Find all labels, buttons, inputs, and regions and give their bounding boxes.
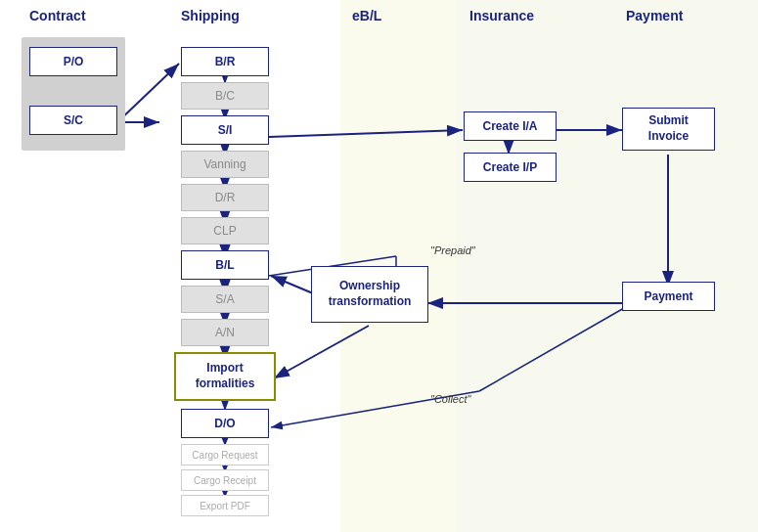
box-bc: B/C: [181, 82, 269, 110]
box-po: P/O: [29, 47, 117, 76]
col-header-payment: Payment: [626, 8, 683, 23]
box-create-ip: Create I/P: [464, 153, 557, 182]
col-header-ebl: eB/L: [352, 8, 381, 23]
box-payment: Payment: [622, 282, 715, 311]
label-prepaid: "Prepaid": [430, 244, 475, 256]
col-header-contract: Contract: [29, 8, 86, 23]
box-sa: S/A: [181, 286, 269, 313]
col-header-shipping: Shipping: [181, 8, 240, 23]
col-header-insurance: Insurance: [469, 8, 534, 23]
box-submit-invoice: SubmitInvoice: [622, 108, 715, 151]
box-dr: D/R: [181, 184, 269, 211]
box-vanning: Vanning: [181, 151, 269, 178]
box-clp: CLP: [181, 217, 269, 244]
box-create-ia: Create I/A: [464, 111, 557, 141]
box-si: S/I: [181, 115, 269, 145]
diagram-container: Contract Shipping eB/L Insurance Payment…: [0, 0, 758, 532]
box-do: D/O: [181, 409, 269, 438]
box-an: A/N: [181, 319, 269, 346]
box-ownership: Ownershiptransformation: [311, 266, 428, 323]
box-bl: B/L: [181, 250, 269, 280]
box-import-formalities: Importformalities: [174, 352, 276, 401]
box-cargo-request: Cargo Request: [181, 444, 269, 466]
label-collect: "Collect": [430, 393, 470, 405]
box-br: B/R: [181, 47, 269, 76]
elements-layer: Contract Shipping eB/L Insurance Payment…: [0, 0, 758, 532]
box-cargo-receipt: Cargo Receipt: [181, 469, 269, 491]
box-sc: S/C: [29, 106, 117, 135]
box-export-pdf: Export PDF: [181, 495, 269, 516]
